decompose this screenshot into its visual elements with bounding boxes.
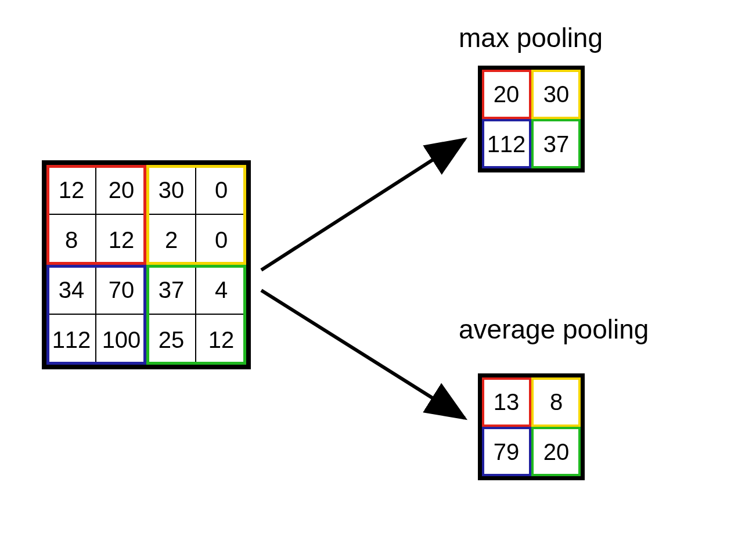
in-region-red [46, 165, 146, 265]
max-grid: 20 30 112 37 [482, 70, 581, 168]
svg-line-1 [261, 139, 465, 270]
avg-region-red [482, 377, 531, 427]
max-region-green [531, 119, 581, 168]
average-pooling-label: average pooling [459, 314, 649, 345]
max-region-yellow [531, 70, 581, 119]
in-region-blue [46, 265, 146, 365]
avg-grid: 13 8 79 20 [482, 377, 581, 476]
in-region-yellow [146, 165, 246, 265]
avg-region-yellow [531, 377, 581, 427]
in-region-green [146, 265, 246, 365]
input-grid: 12 20 30 0 8 12 2 0 34 70 37 4 112 100 2… [46, 165, 246, 365]
max-region-blue [482, 119, 531, 168]
avg-region-blue [482, 427, 531, 476]
max-region-red [482, 70, 531, 119]
avg-region-green [531, 427, 581, 476]
max-pooling-label: max pooling [459, 22, 603, 53]
svg-line-3 [261, 290, 465, 418]
